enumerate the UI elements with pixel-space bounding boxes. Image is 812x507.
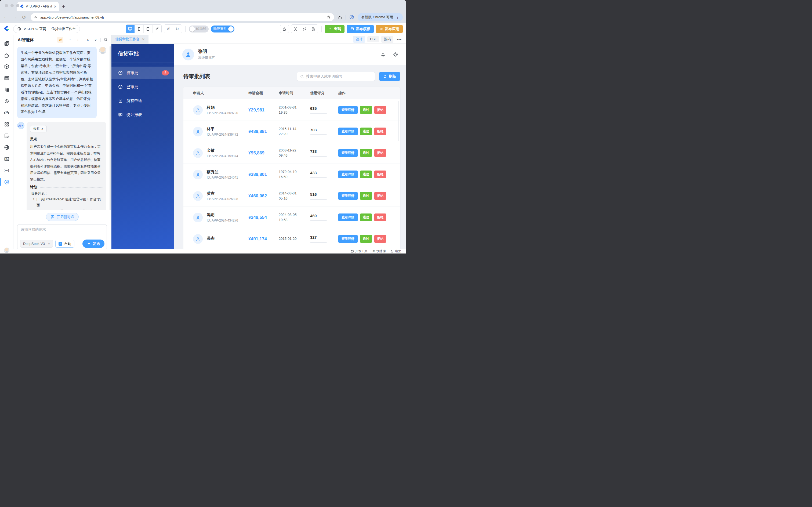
reload-button[interactable]: ⟳ [21,14,27,20]
view-detail-button[interactable]: 查看详情 [338,214,358,221]
hide-preview-icon[interactable] [57,37,63,43]
page-settings-button[interactable] [309,25,318,33]
lock-button[interactable] [280,25,289,33]
notification-bell-icon[interactable] [380,52,386,57]
phone-view-button[interactable] [135,25,143,33]
prompt-input[interactable] [17,225,107,237]
table-scrollbar[interactable] [398,101,399,141]
view-detail-button[interactable]: 查看详情 [338,171,358,178]
respond-events-toggle[interactable]: 响应事件 [211,25,234,33]
approve-button[interactable]: 通过 [360,235,372,243]
mode-design-button[interactable]: 设计 [353,36,365,43]
search-box[interactable] [297,72,375,81]
desktop-view-button[interactable] [126,25,135,33]
chat-history-icon[interactable] [103,37,109,43]
site-link[interactable]: VTJ.PRO 官网 [23,26,47,32]
rail-item-box-icon[interactable] [0,61,13,72]
publish-app-button[interactable]: 发布应用 [376,25,403,33]
rail-item-api-icon[interactable]: API [0,107,13,118]
reject-button[interactable]: 拒绝 [374,235,386,243]
settings-gear-icon[interactable] [393,52,399,57]
prev-message-icon[interactable]: ∧ [85,37,91,43]
reject-button[interactable]: 拒绝 [374,106,386,114]
breadcrumb[interactable]: VTJ.PRO 官网 信贷审批工作台 [13,25,80,33]
reject-button[interactable]: 拒绝 [374,192,386,200]
rail-item-ai-icon[interactable]: AI [0,176,13,188]
sync-button[interactable] [300,25,309,33]
window-controls[interactable] [5,4,19,7]
sidebar-item-已审批[interactable]: 已审批 [111,80,174,93]
scroll-top-icon[interactable]: ↑ [67,37,73,43]
url-bar[interactable]: app.vtj.pro/dev/web/#/app/samchen08.vtj [31,13,334,21]
new-chat-button[interactable]: 开启新对话 [46,213,79,221]
extensions-icon[interactable] [338,15,342,19]
approve-button[interactable]: 通过 [360,149,372,157]
view-detail-button[interactable]: 查看详情 [338,106,358,114]
redo-button[interactable]: ↻ [173,25,182,33]
rail-item-history-icon[interactable] [0,95,13,107]
back-circle-icon[interactable] [17,27,21,31]
browser-menu-icon[interactable]: ⋮ [396,15,400,19]
back-button[interactable]: ← [3,14,9,20]
edit-mode-button[interactable] [153,25,161,33]
tablet-view-button[interactable] [143,25,153,33]
approve-button[interactable]: 通过 [360,127,372,135]
forward-button[interactable]: → [12,14,18,20]
rail-item-tree-icon[interactable] [0,84,13,95]
reject-button[interactable]: 拒绝 [374,149,386,157]
mode-dsl-button[interactable]: DSL [367,36,379,42]
undo-button[interactable]: ↺ [164,25,173,33]
view-detail-button[interactable]: 查看详情 [338,235,358,243]
publish-template-button[interactable]: 发布模板 [347,25,374,33]
reject-button[interactable]: 拒绝 [374,171,386,178]
export-code-button[interactable]: 出码 [325,25,345,33]
rail-item-apps-icon[interactable] [0,118,13,130]
mode-source-button[interactable]: 源码 [381,36,393,43]
dark-mode-button[interactable]: 暗黑 [391,249,401,253]
view-detail-button[interactable]: 查看详情 [338,127,358,135]
reject-button[interactable]: 拒绝 [374,127,386,135]
collapse-button[interactable]: 收起 ∧ [30,125,47,132]
approve-button[interactable]: 通过 [360,192,372,200]
editor-tab-close-icon[interactable]: ✕ [142,37,145,41]
model-select[interactable]: DeepSeek-V3∨ [20,240,53,247]
guide-lines-toggle[interactable]: 辅助线 [189,25,209,33]
send-button[interactable]: 发送 [82,239,105,248]
chat-scroll-area[interactable]: 生成一个专业的金融信贷审批工作台页面。页面布局采用左右结构。左侧是一个较窄的导航… [13,45,111,210]
approve-button[interactable]: 通过 [360,171,372,178]
approve-button[interactable]: 通过 [360,106,372,114]
rail-item-pages-icon[interactable] [0,38,13,49]
search-input[interactable] [306,74,372,78]
scroll-bottom-icon[interactable]: ↓ [75,37,81,43]
chat-scrollbar[interactable] [110,46,111,210]
approve-button[interactable]: 通过 [360,214,372,221]
rail-item-env-icon[interactable]: ENV [0,165,13,176]
reject-button[interactable]: 拒绝 [374,214,386,221]
sidebar-item-所有申请[interactable]: 所有申请 [111,95,174,107]
preview-focus-button[interactable] [291,25,300,33]
rail-item-form-icon[interactable] [0,130,13,142]
rail-item-layout-icon[interactable] [0,72,13,84]
tab-close-icon[interactable]: ✕ [54,5,57,9]
site-settings-icon[interactable] [34,15,38,19]
dev-tools-button[interactable]: 开发工具 [351,249,367,253]
view-detail-button[interactable]: 查看详情 [338,192,358,200]
editor-tab-active[interactable]: 信贷审批工作台 ✕ [111,35,149,44]
sidebar-item-待审批[interactable]: 待审批8 [111,67,174,79]
rail-item-blocks-icon[interactable] [0,49,13,61]
view-detail-button[interactable]: 查看详情 [338,149,358,157]
editor-more-icon[interactable]: ••• [396,37,403,42]
chrome-update-button[interactable]: 有新版 Chrome 可用 ⋮ [358,13,403,21]
rail-item-globe-icon[interactable] [0,142,13,153]
rail-item-lang-icon[interactable]: En [0,153,13,165]
shortcuts-button[interactable]: ⌘ 快捷键 [372,249,386,253]
auto-checkbox[interactable]: ✓自动 [55,240,74,247]
refresh-button[interactable]: 刷新 [379,72,400,81]
profile-icon[interactable] [349,14,354,20]
browser-tab[interactable]: VTJ.PRO - AI驱动的低代码开发 ✕ [17,2,59,11]
bookmark-star-icon[interactable] [327,15,331,19]
sidebar-item-统计报表[interactable]: 统计报表 [111,109,174,121]
next-message-icon[interactable]: ∨ [93,37,99,43]
account-avatar[interactable] [4,247,9,253]
new-tab-button[interactable]: + [62,4,65,10]
